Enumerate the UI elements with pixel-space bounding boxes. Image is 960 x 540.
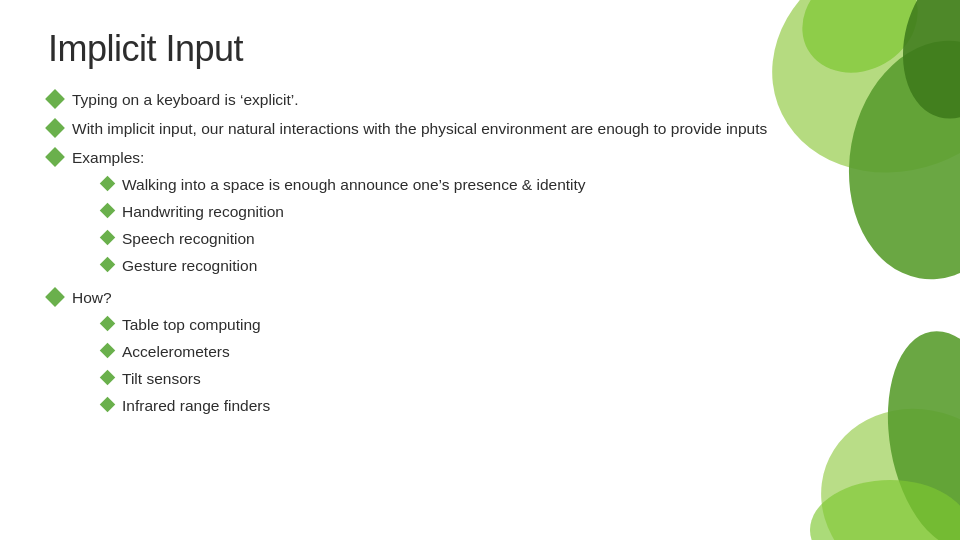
sub-bullet-diamond-icon (100, 176, 116, 192)
sub-bullet-list: Walking into a space is enough announce … (76, 173, 912, 278)
bullet-main-text: With implicit input, our natural interac… (72, 120, 767, 137)
sub-bullet-item-2: Speech recognition (102, 227, 912, 251)
bullet-diamond-icon (45, 89, 65, 109)
sub-bullet-item-3: Gesture recognition (102, 254, 912, 278)
slide-title: Implicit Input (48, 28, 912, 70)
sub-bullet-text: Infrared range finders (122, 394, 270, 418)
bullet-item-2: Examples:Walking into a space is enough … (48, 146, 912, 281)
slide-content: Implicit Input Typing on a keyboard is ‘… (0, 0, 960, 446)
svg-point-6 (810, 480, 960, 540)
sub-bullet-text: Accelerometers (122, 340, 230, 364)
sub-bullet-list: Table top computingAccelerometersTilt se… (76, 313, 912, 418)
bullet-main-text: How? (72, 289, 112, 306)
sub-bullet-text: Handwriting recognition (122, 200, 284, 224)
sub-bullet-diamond-icon (100, 203, 116, 219)
sub-bullet-text: Speech recognition (122, 227, 255, 251)
bullet-text: How?Table top computingAccelerometersTil… (72, 286, 912, 421)
bullet-diamond-icon (45, 287, 65, 307)
bullet-text: With implicit input, our natural interac… (72, 117, 912, 141)
sub-bullet-text: Walking into a space is enough announce … (122, 173, 586, 197)
bullet-item-0: Typing on a keyboard is ‘explicit’. (48, 88, 912, 112)
sub-bullet-diamond-icon (100, 257, 116, 273)
bullet-item-1: With implicit input, our natural interac… (48, 117, 912, 141)
bullet-item-3: How?Table top computingAccelerometersTil… (48, 286, 912, 421)
bullet-diamond-icon (45, 147, 65, 167)
sub-bullet-diamond-icon (100, 316, 116, 332)
sub-bullet-text: Table top computing (122, 313, 261, 337)
sub-bullet-item-1: Handwriting recognition (102, 200, 912, 224)
sub-bullet-diamond-icon (100, 343, 116, 359)
bullet-main-text: Typing on a keyboard is ‘explicit’. (72, 91, 299, 108)
sub-bullet-diamond-icon (100, 230, 116, 246)
bullet-text: Typing on a keyboard is ‘explicit’. (72, 88, 912, 112)
bullet-main-text: Examples: (72, 149, 144, 166)
sub-bullet-item-0: Walking into a space is enough announce … (102, 173, 912, 197)
sub-bullet-text: Gesture recognition (122, 254, 257, 278)
sub-bullet-item-1: Accelerometers (102, 340, 912, 364)
bullet-text: Examples:Walking into a space is enough … (72, 146, 912, 281)
sub-bullet-item-3: Infrared range finders (102, 394, 912, 418)
sub-bullet-item-0: Table top computing (102, 313, 912, 337)
sub-bullet-diamond-icon (100, 370, 116, 386)
sub-bullet-text: Tilt sensors (122, 367, 201, 391)
sub-bullet-diamond-icon (100, 397, 116, 413)
sub-bullet-item-2: Tilt sensors (102, 367, 912, 391)
bullet-diamond-icon (45, 118, 65, 138)
main-bullet-list: Typing on a keyboard is ‘explicit’.With … (48, 88, 912, 421)
slide: Implicit Input Typing on a keyboard is ‘… (0, 0, 960, 540)
